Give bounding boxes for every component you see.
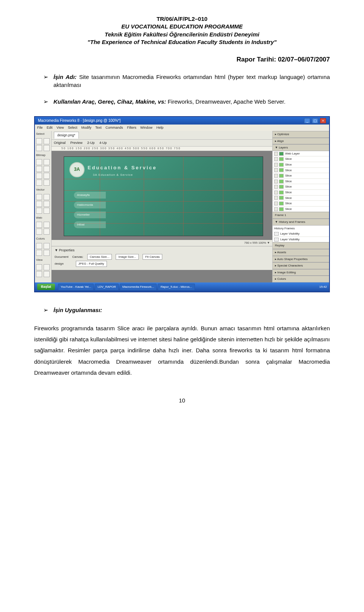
frames-label[interactable]: Frame 1 — [273, 212, 329, 219]
menu-item[interactable]: View — [56, 126, 64, 129]
tool-swatch[interactable] — [44, 173, 50, 179]
menu-item[interactable]: Edit — [47, 126, 53, 129]
tool-swatch[interactable] — [36, 138, 42, 144]
panel-history[interactable]: ▼ History and Frames — [273, 219, 329, 226]
design-canvas[interactable]: 3A Education & Service 3A Education & Se… — [64, 156, 263, 236]
tool-swatch[interactable] — [36, 264, 42, 270]
taskbar-item[interactable]: LDV_RAPOR — [95, 284, 118, 290]
layer-row[interactable]: Slice — [273, 201, 329, 207]
tool-swatch[interactable] — [44, 243, 50, 249]
tool-swatch[interactable] — [36, 243, 42, 249]
history-row[interactable]: Layer Visibility — [273, 237, 329, 243]
tool-swatch[interactable] — [44, 201, 50, 207]
tool-swatch[interactable] — [36, 250, 42, 256]
panel-autoshape[interactable]: ▸ Auto Shape Properties — [273, 256, 329, 263]
tool-swatch[interactable] — [44, 138, 50, 144]
panel-colors[interactable]: ▸ Colors — [273, 276, 329, 282]
layer-row[interactable]: Slice — [273, 156, 329, 162]
tool-swatch[interactable] — [44, 208, 50, 214]
replay-button[interactable]: Replay — [273, 242, 329, 249]
prop-canvas-label: Canvas: — [72, 255, 83, 259]
prop-doc-name: design — [55, 262, 64, 266]
taskbar-item[interactable]: Rapor_5.doc - Micros... — [158, 284, 195, 290]
taskbar-item[interactable]: Macromedia Firework... — [120, 284, 157, 290]
tool-swatch[interactable] — [36, 229, 42, 235]
visibility-icon[interactable] — [274, 180, 278, 183]
maximize-icon[interactable]: ▢ — [312, 118, 318, 123]
tool-swatch[interactable] — [44, 271, 50, 277]
start-button[interactable]: Başlat — [37, 284, 55, 290]
canvas-subheading: 3A Education & Service — [93, 173, 133, 177]
menu-item[interactable]: Filters — [127, 126, 136, 129]
tool-swatch[interactable] — [36, 166, 42, 172]
tool-swatch[interactable] — [36, 194, 42, 200]
tool-swatch[interactable] — [44, 264, 50, 270]
panel-align[interactable]: ▸ Align — [273, 138, 329, 145]
taskbar-item[interactable]: YouTube - Kavak Yel... — [58, 284, 94, 290]
visibility-icon[interactable] — [274, 163, 278, 167]
tool-swatch[interactable] — [44, 180, 50, 186]
menu-item[interactable]: Select — [68, 126, 77, 129]
visibility-icon[interactable] — [274, 202, 278, 205]
image-size-button[interactable]: Image Size... — [116, 254, 139, 260]
panel-special[interactable]: ▸ Special Characters — [273, 262, 329, 269]
tool-swatch[interactable] — [44, 222, 50, 228]
menu-item[interactable]: Window — [140, 126, 152, 129]
visibility-icon[interactable] — [274, 168, 278, 172]
layer-label: Slice — [285, 185, 292, 189]
layer-row[interactable]: Web Layer — [273, 151, 329, 157]
layer-row[interactable]: Slice — [273, 184, 329, 190]
tool-swatch[interactable] — [44, 159, 50, 165]
tool-swatch[interactable] — [36, 145, 42, 151]
menu-item[interactable]: Commands — [105, 126, 123, 129]
layer-row[interactable]: Slice — [273, 179, 329, 185]
visibility-icon[interactable] — [274, 196, 278, 200]
menu-item[interactable]: Modify — [81, 126, 91, 129]
bullet-tools: ➢ Kullanılan Araç, Gereç, Cihaz, Makine,… — [43, 98, 330, 106]
view-mode[interactable]: 4-Up — [99, 141, 107, 145]
layer-row[interactable]: Slice — [273, 207, 329, 212]
canvas-size-button[interactable]: Canvas Size... — [87, 254, 112, 260]
tool-swatch[interactable] — [36, 159, 42, 165]
menu-item[interactable]: File — [37, 126, 43, 129]
visibility-icon[interactable] — [274, 174, 278, 178]
panel-layers[interactable]: ▼ Layers — [273, 144, 329, 151]
close-icon[interactable]: × — [320, 118, 326, 123]
properties-title[interactable]: ▼ Properties — [55, 248, 269, 253]
tool-swatch[interactable] — [44, 145, 50, 151]
visibility-icon[interactable] — [274, 152, 278, 156]
tool-swatch[interactable] — [36, 271, 42, 277]
bullet-job-name: ➢ İşin Adı: Site tasarımının Macromedia … — [43, 73, 330, 90]
layer-row[interactable]: Slice — [273, 190, 329, 196]
layer-row[interactable]: Slice — [273, 196, 329, 201]
view-mode[interactable]: 2-Up — [87, 141, 95, 145]
minimize-icon[interactable]: _ — [304, 118, 310, 123]
layer-row[interactable]: Slice — [273, 173, 329, 179]
tool-swatch[interactable] — [44, 194, 50, 200]
tool-swatch[interactable] — [36, 208, 42, 214]
panel-assets[interactable]: ▸ Assets — [273, 249, 329, 256]
menu-item[interactable]: Help — [156, 126, 163, 129]
tool-swatch[interactable] — [36, 180, 42, 186]
export-preset[interactable]: JPEG - Full Quality — [76, 261, 107, 267]
history-row[interactable]: Layer Visibility — [273, 231, 329, 237]
visibility-icon[interactable] — [274, 185, 278, 189]
tool-swatch[interactable] — [36, 173, 42, 179]
tool-swatch[interactable] — [44, 229, 50, 235]
view-mode[interactable]: Original — [54, 141, 66, 145]
fit-canvas-button[interactable]: Fit Canvas — [143, 254, 162, 260]
layer-row[interactable]: Slice — [273, 168, 329, 174]
layer-row[interactable]: Slice — [273, 162, 329, 168]
panel-optimize[interactable]: ▸ Optimize — [273, 131, 329, 138]
view-mode[interactable]: Preview — [71, 141, 83, 145]
menu-item[interactable]: Text — [95, 126, 102, 129]
visibility-icon[interactable] — [274, 207, 278, 211]
tool-swatch[interactable] — [44, 166, 50, 172]
visibility-icon[interactable] — [274, 157, 278, 161]
tool-swatch[interactable] — [44, 250, 50, 256]
panel-image-editing[interactable]: ▸ Image Editing — [273, 269, 329, 276]
tool-swatch[interactable] — [36, 201, 42, 207]
visibility-icon[interactable] — [274, 191, 278, 194]
document-tab[interactable]: design.png* — [54, 132, 79, 139]
tool-swatch[interactable] — [36, 222, 42, 228]
